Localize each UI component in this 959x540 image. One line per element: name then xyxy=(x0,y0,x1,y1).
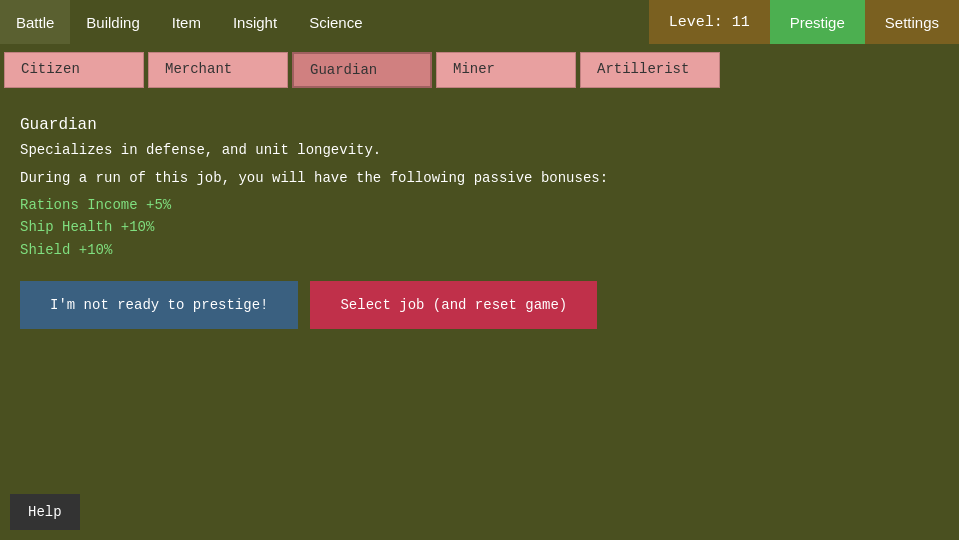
nav-building[interactable]: Building xyxy=(70,0,155,44)
nav-insight[interactable]: Insight xyxy=(217,0,293,44)
job-card-merchant[interactable]: Merchant xyxy=(148,52,288,88)
nav-item[interactable]: Item xyxy=(156,0,217,44)
nav-battle[interactable]: Battle xyxy=(0,0,70,44)
nav-science[interactable]: Science xyxy=(293,0,378,44)
selected-job-description: Specializes in defense, and unit longevi… xyxy=(20,142,939,158)
job-card-citizen[interactable]: Citizen xyxy=(4,52,144,88)
action-buttons: I'm not ready to prestige! Select job (a… xyxy=(20,281,939,329)
passive-bonus-item: Shield +10% xyxy=(20,239,939,261)
prestige-button[interactable]: Prestige xyxy=(770,0,865,44)
top-navigation: Battle Building Item Insight Science Lev… xyxy=(0,0,959,44)
job-card-guardian[interactable]: Guardian xyxy=(292,52,432,88)
not-ready-button[interactable]: I'm not ready to prestige! xyxy=(20,281,298,329)
help-button[interactable]: Help xyxy=(10,494,80,530)
job-card-miner[interactable]: Miner xyxy=(436,52,576,88)
level-display: Level: 11 xyxy=(649,0,770,44)
selected-job-title: Guardian xyxy=(20,116,939,134)
job-card-artillerist[interactable]: Artillerist xyxy=(580,52,720,88)
job-cards-row: Citizen Merchant Guardian Miner Artiller… xyxy=(0,44,959,96)
select-job-button[interactable]: Select job (and reset game) xyxy=(310,281,597,329)
passive-bonuses-header: During a run of this job, you will have … xyxy=(20,170,939,186)
main-content: Guardian Specializes in defense, and uni… xyxy=(0,96,959,349)
passive-bonus-item: Rations Income +5% xyxy=(20,194,939,216)
passive-bonus-item: Ship Health +10% xyxy=(20,216,939,238)
passive-bonuses-list: Rations Income +5%Ship Health +10%Shield… xyxy=(20,194,939,261)
settings-button[interactable]: Settings xyxy=(865,0,959,44)
